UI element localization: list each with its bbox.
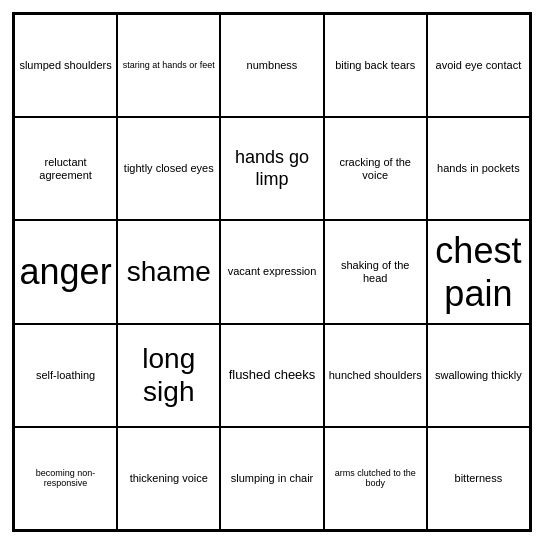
cell-text-r0c0: slumped shoulders — [19, 59, 112, 72]
cell-text-r1c1: tightly closed eyes — [122, 162, 215, 175]
bingo-cell-r3c3: hunched shoulders — [324, 324, 427, 427]
bingo-cell-r3c1: long sigh — [117, 324, 220, 427]
bingo-cell-r0c0: slumped shoulders — [14, 14, 117, 117]
cell-text-r4c0: becoming non-responsive — [19, 468, 112, 490]
bingo-cell-r0c3: biting back tears — [324, 14, 427, 117]
bingo-cell-r4c2: slumping in chair — [220, 427, 323, 530]
cell-text-r1c0: reluctant agreement — [19, 156, 112, 182]
bingo-cell-r1c2: hands go limp — [220, 117, 323, 220]
bingo-cell-r3c2: flushed cheeks — [220, 324, 323, 427]
cell-text-r4c2: slumping in chair — [225, 472, 318, 485]
bingo-cell-r0c1: staring at hands or feet — [117, 14, 220, 117]
cell-text-r1c2: hands go limp — [225, 147, 318, 190]
bingo-cell-r1c0: reluctant agreement — [14, 117, 117, 220]
bingo-cell-r3c4: swallowing thickly — [427, 324, 530, 427]
cell-text-r2c1: shame — [122, 255, 215, 289]
cell-text-r3c4: swallowing thickly — [432, 369, 525, 382]
cell-text-r0c4: avoid eye contact — [432, 59, 525, 72]
bingo-cell-r2c2: vacant expression — [220, 220, 323, 323]
bingo-cell-r4c4: bitterness — [427, 427, 530, 530]
bingo-cell-r0c2: numbness — [220, 14, 323, 117]
bingo-cell-r2c1: shame — [117, 220, 220, 323]
cell-text-r1c3: cracking of the voice — [329, 156, 422, 182]
bingo-cell-r2c0: anger — [14, 220, 117, 323]
cell-text-r0c1: staring at hands or feet — [122, 60, 215, 71]
bingo-cell-r3c0: self-loathing — [14, 324, 117, 427]
cell-text-r3c0: self-loathing — [19, 369, 112, 382]
bingo-cell-r0c4: avoid eye contact — [427, 14, 530, 117]
cell-text-r4c1: thickening voice — [122, 472, 215, 485]
bingo-cell-r4c3: arms clutched to the body — [324, 427, 427, 530]
cell-text-r3c3: hunched shoulders — [329, 369, 422, 382]
cell-text-r4c3: arms clutched to the body — [329, 468, 422, 490]
cell-text-r4c4: bitterness — [432, 472, 525, 485]
bingo-cell-r1c1: tightly closed eyes — [117, 117, 220, 220]
cell-text-r2c2: vacant expression — [225, 265, 318, 278]
cell-text-r2c0: anger — [19, 250, 112, 293]
cell-text-r0c2: numbness — [225, 59, 318, 72]
bingo-board: slumped shouldersstaring at hands or fee… — [12, 12, 532, 532]
cell-text-r2c4: chest pain — [432, 229, 525, 315]
bingo-cell-r2c4: chest pain — [427, 220, 530, 323]
bingo-cell-r4c0: becoming non-responsive — [14, 427, 117, 530]
bingo-cell-r1c4: hands in pockets — [427, 117, 530, 220]
cell-text-r1c4: hands in pockets — [432, 162, 525, 175]
cell-text-r0c3: biting back tears — [329, 59, 422, 72]
bingo-cell-r2c3: shaking of the head — [324, 220, 427, 323]
cell-text-r3c2: flushed cheeks — [225, 367, 318, 383]
cell-text-r2c3: shaking of the head — [329, 259, 422, 285]
bingo-cell-r1c3: cracking of the voice — [324, 117, 427, 220]
bingo-cell-r4c1: thickening voice — [117, 427, 220, 530]
cell-text-r3c1: long sigh — [122, 342, 215, 409]
